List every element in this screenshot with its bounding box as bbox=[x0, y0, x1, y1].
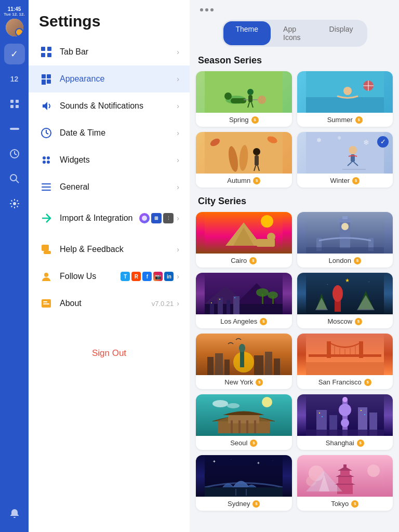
sidebar-icon-check[interactable]: ✓ bbox=[4, 44, 25, 64]
svg-rect-17 bbox=[42, 79, 46, 85]
settings-item-about[interactable]: About v7.0.21 › bbox=[29, 290, 190, 317]
svg-rect-164 bbox=[338, 476, 352, 484]
widgets-icon bbox=[39, 153, 54, 167]
london-image bbox=[297, 212, 393, 254]
svg-text:·: · bbox=[368, 280, 369, 284]
tab-theme[interactable]: Theme bbox=[223, 21, 271, 45]
settings-item-datetime[interactable]: Date & Time › bbox=[29, 119, 190, 147]
svg-rect-12 bbox=[47, 47, 51, 51]
theme-card-newyork[interactable]: New York $ bbox=[196, 334, 292, 389]
sidebar-icon-bell[interactable] bbox=[4, 503, 25, 524]
settings-item-help[interactable]: Help & Feedback › bbox=[29, 236, 190, 263]
svg-line-7 bbox=[15, 154, 17, 155]
sidebar-icon-settings[interactable] bbox=[4, 193, 25, 214]
svg-rect-118 bbox=[265, 352, 272, 375]
svg-rect-11 bbox=[41, 47, 45, 51]
theme-card-london[interactable]: London $ bbox=[297, 212, 393, 268]
follow-social-icons: T R f 📷 in bbox=[121, 272, 174, 281]
settings-item-tab-bar[interactable]: Tab Bar › bbox=[29, 38, 190, 65]
theme-card-cairo[interactable]: Cairo $ bbox=[196, 212, 292, 268]
svg-text:❄: ❄ bbox=[337, 135, 341, 141]
svg-point-25 bbox=[47, 161, 50, 164]
status-time: 11:45 bbox=[8, 6, 21, 12]
import-label: Import & Integration bbox=[60, 214, 139, 223]
theme-card-autumn[interactable]: Autumn $ bbox=[196, 132, 292, 188]
tab-appicons[interactable]: App Icons bbox=[271, 21, 317, 45]
sidebar-icon-clock[interactable] bbox=[4, 143, 25, 164]
svg-point-37 bbox=[224, 92, 232, 100]
theme-card-losangeles[interactable]: Los Angeles $ bbox=[196, 273, 292, 328]
sign-out-button[interactable]: Sign Out bbox=[29, 338, 190, 369]
moscow-coin: $ bbox=[355, 318, 362, 325]
svg-point-79 bbox=[341, 223, 349, 230]
sounds-label: Sounds & Notifications bbox=[60, 101, 177, 111]
settings-item-appearance[interactable]: Appearance › bbox=[29, 65, 190, 92]
dots-menu[interactable] bbox=[196, 6, 393, 14]
svg-rect-149 bbox=[319, 413, 320, 414]
theme-card-sanfrancisco[interactable]: San Francisco $ bbox=[297, 334, 393, 389]
theme-tab-bar: Theme App Icons Display bbox=[222, 20, 367, 47]
general-icon bbox=[39, 180, 54, 194]
import-extras: ⊞ ⋮ bbox=[139, 213, 174, 223]
svg-rect-82 bbox=[306, 247, 384, 254]
svg-point-89 bbox=[268, 291, 278, 299]
svg-rect-115 bbox=[215, 353, 223, 375]
svg-rect-18 bbox=[47, 79, 51, 84]
settings-item-sounds[interactable]: Sounds & Notifications › bbox=[29, 92, 190, 119]
svg-rect-14 bbox=[47, 53, 51, 57]
svg-rect-27 bbox=[42, 187, 51, 188]
status-date: Tue 12. 12. bbox=[4, 12, 24, 17]
cairo-coin: $ bbox=[249, 257, 257, 264]
spring-image bbox=[196, 71, 292, 113]
svg-rect-34 bbox=[43, 303, 49, 304]
theme-card-summer[interactable]: Summer $ bbox=[297, 71, 393, 127]
cairo-label: Cairo $ bbox=[196, 254, 292, 268]
settings-item-follow[interactable]: Follow Us T R f 📷 in › bbox=[29, 263, 190, 290]
theme-card-moscow[interactable]: ★ · · Moscow $ bbox=[297, 273, 393, 328]
newyork-coin: $ bbox=[256, 379, 263, 386]
theme-card-shanghai[interactable]: Shanghai $ bbox=[297, 394, 393, 450]
summer-coin: $ bbox=[355, 116, 363, 124]
svg-point-138 bbox=[212, 400, 228, 407]
season-theme-grid: Spring $ Summer bbox=[196, 71, 393, 188]
theme-card-tokyo[interactable]: Tokyo $ bbox=[297, 455, 393, 511]
svg-point-23 bbox=[47, 156, 50, 159]
tokyo-label: Tokyo $ bbox=[297, 497, 393, 511]
la-label: Los Angeles $ bbox=[196, 314, 292, 328]
settings-panel: Settings Tab Bar › Appearance › bbox=[29, 0, 190, 532]
svg-rect-153 bbox=[306, 430, 384, 436]
avatar[interactable] bbox=[6, 19, 23, 36]
settings-item-widgets[interactable]: Widgets › bbox=[29, 147, 190, 174]
shanghai-label: Shanghai $ bbox=[297, 436, 393, 450]
theme-card-seoul[interactable]: Seoul $ bbox=[196, 394, 292, 450]
theme-card-spring[interactable]: Spring $ bbox=[196, 71, 292, 127]
theme-card-sydney[interactable]: ✦ · ✦ · Sydney $ bbox=[196, 455, 292, 511]
svg-point-39 bbox=[258, 96, 266, 104]
theme-card-winter[interactable]: ❄ ❄ ❄ Winter $ bbox=[297, 132, 393, 188]
svg-rect-29 bbox=[42, 245, 49, 251]
svg-rect-90 bbox=[205, 304, 283, 314]
svg-rect-135 bbox=[246, 420, 248, 433]
tab-display[interactable]: Display bbox=[317, 21, 366, 45]
newyork-label: New York $ bbox=[196, 375, 292, 389]
svg-rect-129 bbox=[306, 362, 384, 375]
svg-rect-136 bbox=[254, 420, 256, 433]
summer-label: Summer $ bbox=[297, 113, 393, 127]
sidebar-icon-calendar[interactable]: 12 bbox=[4, 69, 25, 89]
sidebar-icon-search[interactable] bbox=[4, 168, 25, 189]
icon-sidebar: 11:45 Tue 12. 12. ✓ 12 bbox=[0, 0, 29, 532]
svg-point-87 bbox=[256, 288, 269, 297]
settings-item-general[interactable]: General › bbox=[29, 174, 190, 201]
city-theme-grid: Cairo $ bbox=[196, 212, 393, 511]
spring-coin: $ bbox=[251, 116, 259, 124]
svg-rect-96 bbox=[219, 299, 220, 300]
sidebar-icon-dash[interactable] bbox=[4, 118, 25, 139]
winter-label: Winter $ bbox=[297, 174, 393, 188]
sidebar-icon-apps[interactable] bbox=[4, 94, 25, 114]
london-coin: $ bbox=[354, 257, 361, 264]
svg-rect-35 bbox=[205, 71, 283, 113]
sf-coin: $ bbox=[364, 379, 371, 386]
settings-item-import[interactable]: Import & Integration ⊞ ⋮ › bbox=[29, 205, 190, 232]
widgets-label: Widgets bbox=[60, 155, 177, 165]
svg-point-10 bbox=[13, 202, 16, 205]
